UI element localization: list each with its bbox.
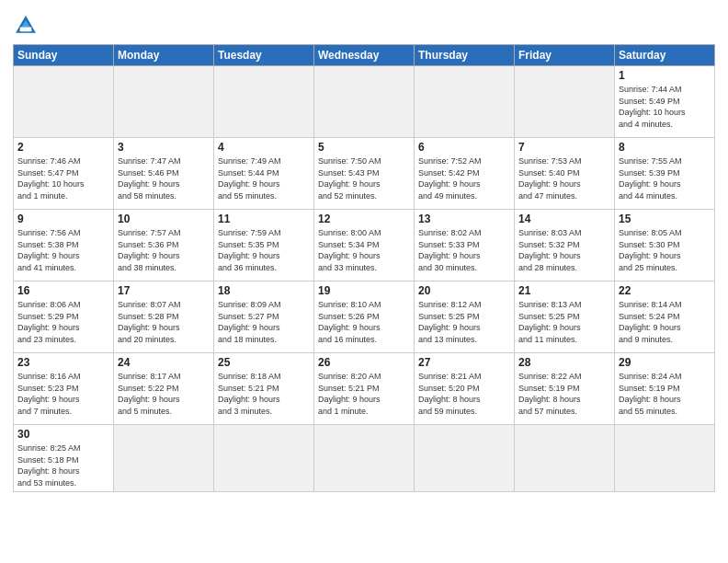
day-number: 9	[17, 213, 109, 225]
day-info: Sunrise: 7:47 AM Sunset: 5:46 PM Dayligh…	[118, 155, 210, 201]
day-info: Sunrise: 8:06 AM Sunset: 5:29 PM Dayligh…	[17, 299, 109, 345]
day-info: Sunrise: 7:49 AM Sunset: 5:44 PM Dayligh…	[218, 155, 310, 201]
day-number: 18	[218, 284, 310, 297]
day-info: Sunrise: 8:02 AM Sunset: 5:33 PM Dayligh…	[418, 227, 510, 273]
day-number: 25	[218, 356, 310, 369]
day-header-monday: Monday	[114, 45, 214, 66]
day-header-tuesday: Tuesday	[214, 45, 314, 66]
day-info: Sunrise: 8:10 AM Sunset: 5:26 PM Dayligh…	[318, 299, 410, 345]
svg-rect-3	[20, 28, 31, 32]
day-info: Sunrise: 7:57 AM Sunset: 5:36 PM Dayligh…	[118, 227, 210, 273]
day-info: Sunrise: 8:18 AM Sunset: 5:21 PM Dayligh…	[218, 371, 310, 417]
day-info: Sunrise: 7:46 AM Sunset: 5:47 PM Dayligh…	[17, 155, 109, 201]
calendar-cell: 5Sunrise: 7:50 AM Sunset: 5:43 PM Daylig…	[314, 138, 415, 210]
calendar-cell: 27Sunrise: 8:21 AM Sunset: 5:20 PM Dayli…	[415, 353, 515, 425]
day-info: Sunrise: 8:05 AM Sunset: 5:30 PM Dayligh…	[619, 227, 711, 273]
calendar-cell: 14Sunrise: 8:03 AM Sunset: 5:32 PM Dayli…	[515, 210, 615, 282]
calendar-cell: 20Sunrise: 8:12 AM Sunset: 5:25 PM Dayli…	[415, 282, 515, 353]
calendar-cell	[314, 425, 415, 492]
day-info: Sunrise: 8:25 AM Sunset: 5:18 PM Dayligh…	[17, 442, 109, 488]
day-info: Sunrise: 8:22 AM Sunset: 5:19 PM Dayligh…	[518, 371, 610, 417]
day-header-thursday: Thursday	[415, 45, 515, 66]
logo	[13, 13, 42, 39]
calendar-cell	[615, 425, 715, 492]
day-info: Sunrise: 8:20 AM Sunset: 5:21 PM Dayligh…	[318, 371, 410, 417]
day-number: 11	[218, 213, 310, 225]
day-number: 23	[17, 356, 109, 369]
day-number: 28	[518, 356, 610, 369]
calendar-cell: 4Sunrise: 7:49 AM Sunset: 5:44 PM Daylig…	[214, 138, 314, 210]
calendar-cell: 21Sunrise: 8:13 AM Sunset: 5:25 PM Dayli…	[515, 282, 615, 353]
day-number: 30	[17, 428, 109, 441]
day-info: Sunrise: 8:00 AM Sunset: 5:34 PM Dayligh…	[318, 227, 410, 273]
day-info: Sunrise: 7:50 AM Sunset: 5:43 PM Dayligh…	[318, 155, 410, 201]
calendar-cell: 24Sunrise: 8:17 AM Sunset: 5:22 PM Dayli…	[114, 353, 214, 425]
day-info: Sunrise: 8:16 AM Sunset: 5:23 PM Dayligh…	[17, 371, 109, 417]
day-number: 12	[318, 213, 410, 225]
calendar-cell: 3Sunrise: 7:47 AM Sunset: 5:46 PM Daylig…	[114, 138, 214, 210]
day-number: 3	[118, 141, 210, 154]
day-number: 14	[518, 213, 610, 225]
day-info: Sunrise: 8:12 AM Sunset: 5:25 PM Dayligh…	[418, 299, 510, 345]
day-number: 10	[118, 213, 210, 225]
day-number: 15	[619, 213, 711, 225]
day-number: 24	[118, 356, 210, 369]
calendar-cell	[214, 425, 314, 492]
calendar-cell	[415, 66, 515, 138]
calendar-cell: 16Sunrise: 8:06 AM Sunset: 5:29 PM Dayli…	[14, 282, 114, 353]
day-info: Sunrise: 8:17 AM Sunset: 5:22 PM Dayligh…	[118, 371, 210, 417]
header	[13, 9, 715, 39]
calendar-cell: 11Sunrise: 7:59 AM Sunset: 5:35 PM Dayli…	[214, 210, 314, 282]
calendar-cell: 29Sunrise: 8:24 AM Sunset: 5:19 PM Dayli…	[615, 353, 715, 425]
calendar-cell: 23Sunrise: 8:16 AM Sunset: 5:23 PM Dayli…	[14, 353, 114, 425]
day-info: Sunrise: 7:56 AM Sunset: 5:38 PM Dayligh…	[17, 227, 109, 273]
day-info: Sunrise: 8:07 AM Sunset: 5:28 PM Dayligh…	[118, 299, 210, 345]
calendar-cell: 30Sunrise: 8:25 AM Sunset: 5:18 PM Dayli…	[14, 425, 114, 492]
calendar-week-3: 9Sunrise: 7:56 AM Sunset: 5:38 PM Daylig…	[14, 210, 715, 282]
calendar-cell	[314, 66, 415, 138]
calendar-cell: 9Sunrise: 7:56 AM Sunset: 5:38 PM Daylig…	[14, 210, 114, 282]
day-info: Sunrise: 8:21 AM Sunset: 5:20 PM Dayligh…	[418, 371, 510, 417]
calendar-cell: 1Sunrise: 7:44 AM Sunset: 5:49 PM Daylig…	[615, 66, 715, 138]
day-number: 22	[619, 284, 711, 297]
day-info: Sunrise: 8:24 AM Sunset: 5:19 PM Dayligh…	[619, 371, 711, 417]
day-number: 2	[17, 141, 109, 154]
calendar-cell: 12Sunrise: 8:00 AM Sunset: 5:34 PM Dayli…	[314, 210, 415, 282]
calendar-cell: 28Sunrise: 8:22 AM Sunset: 5:19 PM Dayli…	[515, 353, 615, 425]
day-number: 16	[17, 284, 109, 297]
generalblue-logo-icon	[13, 13, 39, 39]
calendar-cell: 22Sunrise: 8:14 AM Sunset: 5:24 PM Dayli…	[615, 282, 715, 353]
day-number: 26	[318, 356, 410, 369]
day-number: 29	[619, 356, 711, 369]
page: SundayMondayTuesdayWednesdayThursdayFrid…	[0, 0, 728, 501]
day-info: Sunrise: 7:53 AM Sunset: 5:40 PM Dayligh…	[518, 155, 610, 201]
day-info: Sunrise: 7:52 AM Sunset: 5:42 PM Dayligh…	[418, 155, 510, 201]
day-number: 17	[118, 284, 210, 297]
calendar-week-5: 23Sunrise: 8:16 AM Sunset: 5:23 PM Dayli…	[14, 353, 715, 425]
day-header-saturday: Saturday	[615, 45, 715, 66]
day-info: Sunrise: 7:59 AM Sunset: 5:35 PM Dayligh…	[218, 227, 310, 273]
header-row: SundayMondayTuesdayWednesdayThursdayFrid…	[14, 45, 715, 66]
calendar-cell: 8Sunrise: 7:55 AM Sunset: 5:39 PM Daylig…	[615, 138, 715, 210]
day-info: Sunrise: 7:44 AM Sunset: 5:49 PM Dayligh…	[619, 84, 711, 130]
day-number: 19	[318, 284, 410, 297]
calendar-cell	[515, 66, 615, 138]
calendar-cell	[515, 425, 615, 492]
day-number: 1	[619, 69, 711, 82]
day-info: Sunrise: 8:13 AM Sunset: 5:25 PM Dayligh…	[518, 299, 610, 345]
calendar-cell: 10Sunrise: 7:57 AM Sunset: 5:36 PM Dayli…	[114, 210, 214, 282]
day-number: 21	[518, 284, 610, 297]
calendar-cell	[415, 425, 515, 492]
day-number: 6	[418, 141, 510, 154]
day-header-sunday: Sunday	[14, 45, 114, 66]
calendar-week-6: 30Sunrise: 8:25 AM Sunset: 5:18 PM Dayli…	[14, 425, 715, 492]
day-info: Sunrise: 8:14 AM Sunset: 5:24 PM Dayligh…	[619, 299, 711, 345]
day-number: 7	[518, 141, 610, 154]
calendar-week-2: 2Sunrise: 7:46 AM Sunset: 5:47 PM Daylig…	[14, 138, 715, 210]
day-number: 20	[418, 284, 510, 297]
day-number: 13	[418, 213, 510, 225]
day-number: 5	[318, 141, 410, 154]
calendar-table: SundayMondayTuesdayWednesdayThursdayFrid…	[13, 44, 715, 492]
calendar-cell: 26Sunrise: 8:20 AM Sunset: 5:21 PM Dayli…	[314, 353, 415, 425]
day-number: 4	[218, 141, 310, 154]
